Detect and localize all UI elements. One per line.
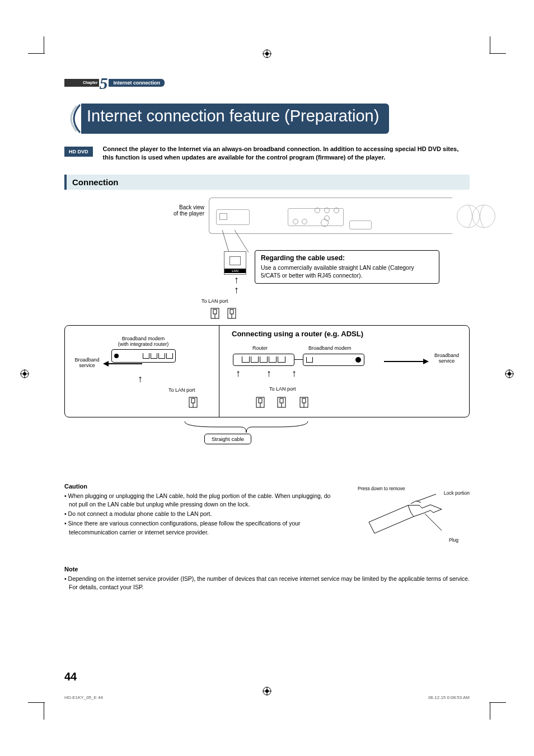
arrow-left-icon — [103, 360, 142, 367]
chapter-section: Internet connection — [109, 79, 165, 87]
rj45-icon — [188, 396, 198, 408]
press-down-label: Press down to remove — [358, 486, 405, 491]
broadband-modem-label: Broadband modem — [308, 345, 352, 351]
intro-text: Connect the player to the Internet via a… — [103, 145, 470, 162]
wire-icon — [294, 359, 303, 360]
to-lan-port-label: To LAN port — [168, 387, 195, 393]
hd-dvd-badge: HD DVD — [64, 147, 93, 157]
title-curve-icon — [64, 104, 81, 134]
crop-mark — [44, 703, 44, 720]
modem-icon — [303, 354, 364, 366]
rj45-icon — [299, 396, 309, 408]
rj45-icon — [255, 396, 265, 408]
connection-options-box: Broadband modem (with integrated router)… — [64, 325, 470, 417]
cable-note-box: Regarding the cable used: Use a commerci… — [255, 250, 439, 284]
fan-icon — [455, 201, 497, 232]
brace-icon — [182, 421, 311, 433]
broadband-service-label: Broadband service — [430, 353, 463, 364]
svg-marker-27 — [103, 361, 109, 367]
back-view-label: Back view of the player — [154, 204, 204, 217]
arrow-up-icon: ↑ — [236, 369, 241, 377]
rj45-icon — [277, 396, 287, 408]
caution-block: Caution When plugging or unplugging the … — [64, 483, 470, 556]
arrow-up-icon: ↑ — [138, 375, 143, 383]
to-lan-port-label: To LAN port — [202, 298, 228, 304]
note-block: Note Depending on the internet service p… — [64, 566, 470, 591]
chapter-label: Chapter — [81, 79, 99, 87]
page-number: 44 — [64, 670, 77, 683]
chapter-tab: Chapter 5 Internet connection — [64, 76, 470, 87]
cable-note-body: Use a commercially available straight LA… — [261, 264, 433, 280]
crop-mark — [489, 702, 506, 703]
svg-point-17 — [472, 205, 495, 227]
router-label: Router — [252, 345, 268, 351]
crop-mark — [490, 703, 490, 720]
arrow-up-icon: ↑ — [234, 286, 239, 294]
section-heading: Connection — [64, 175, 470, 190]
svg-line-18 — [222, 230, 229, 252]
lan-label: LAN — [224, 269, 246, 273]
page-title-row: Internet connection feature (Preparation… — [64, 104, 470, 134]
chapter-stripe — [64, 79, 81, 87]
note-heading: Note — [64, 566, 470, 572]
caution-item: Since there are various connection confi… — [64, 519, 339, 536]
router-section-title: Connecting using a router (e.g. ADSL) — [232, 330, 363, 338]
lan-port-zoom-icon: LAN — [224, 251, 246, 275]
footer-left: HD-E1KY_05_E 44 — [64, 695, 103, 700]
svg-rect-29 — [191, 398, 195, 403]
footer-right: 06.12.15 0:08:53 AM — [428, 695, 470, 700]
svg-rect-34 — [259, 398, 262, 403]
svg-rect-40 — [302, 398, 306, 403]
svg-rect-21 — [213, 309, 217, 314]
svg-line-43 — [425, 514, 442, 530]
divider — [219, 325, 219, 417]
cable-note-heading: Regarding the cable used: — [261, 254, 433, 262]
router-icon — [233, 354, 294, 366]
note-body: Depending on the internet service provid… — [64, 575, 470, 591]
crop-mark — [28, 702, 45, 703]
registration-mark-icon — [263, 687, 271, 696]
lan-plug-diagram: Press down to remove Lock portion Plug — [358, 486, 470, 547]
player-rear-icon — [209, 198, 452, 234]
chapter-number: 5 — [99, 78, 107, 89]
intro-row: HD DVD Connect the player to the Interne… — [64, 145, 470, 162]
svg-line-42 — [416, 494, 436, 501]
arrow-up-icon: ↑ — [234, 276, 239, 284]
svg-point-16 — [457, 205, 480, 227]
to-lan-port-label: To LAN port — [269, 386, 296, 392]
caution-item: Do not connect a modular phone cable to … — [64, 510, 339, 518]
broadband-service-label: Broadband service — [72, 357, 102, 368]
svg-line-19 — [235, 230, 249, 252]
caution-item: When plugging or unplugging the LAN cabl… — [64, 492, 339, 509]
rj45-icon — [210, 307, 220, 320]
arrow-right-icon — [384, 358, 429, 365]
connection-diagram: Back view of the player LAN — [64, 198, 470, 472]
arrow-up-icon: ↑ — [292, 369, 297, 377]
page-title: Internet connection feature (Preparation… — [81, 104, 389, 134]
arrow-up-icon: ↑ — [266, 369, 271, 377]
plug-label: Plug — [449, 537, 458, 543]
svg-rect-24 — [230, 309, 233, 314]
svg-marker-32 — [423, 359, 429, 364]
straight-cable-label: Straight cable — [204, 434, 251, 444]
modem-integrated-label: Broadband modem (with integrated router) — [118, 336, 169, 347]
zoom-lines-icon — [218, 230, 257, 252]
rj45-icon — [227, 307, 237, 320]
lock-portion-label: Lock portion — [444, 490, 470, 496]
svg-rect-37 — [280, 398, 283, 403]
